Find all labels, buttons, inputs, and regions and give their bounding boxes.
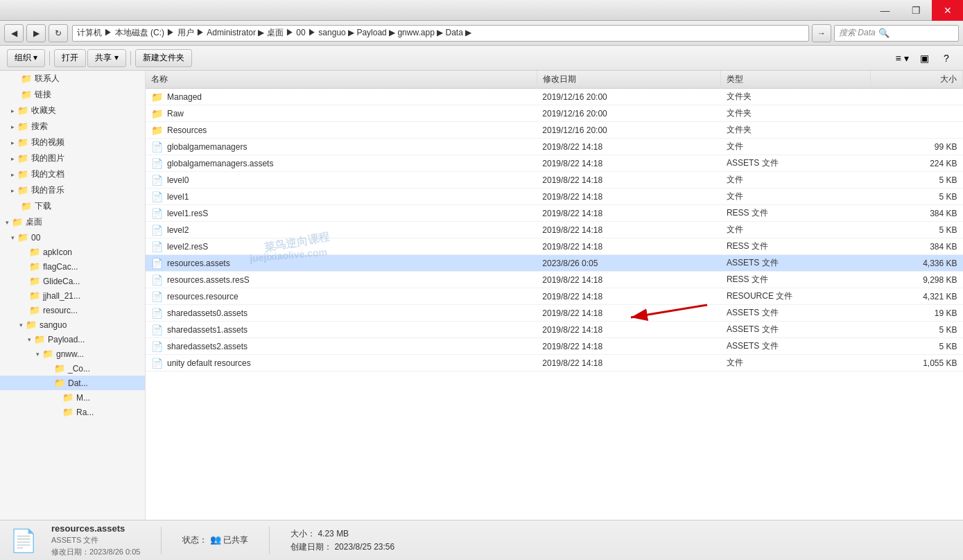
- status-size-text: 大小： 4.23 MB: [290, 528, 394, 540]
- title-bar-buttons: — ❐ ✕: [869, 0, 963, 20]
- table-row[interactable]: 📁Raw2019/12/16 20:00文件夹: [146, 105, 963, 122]
- new-folder-button[interactable]: 新建文件夹: [135, 49, 192, 67]
- sidebar-item-my-pictures[interactable]: ▸📁我的图片: [0, 150, 145, 166]
- go-button[interactable]: →: [812, 24, 831, 42]
- folder-icon-sanguo: 📁: [26, 320, 37, 330]
- preview-button[interactable]: ▣: [914, 49, 934, 67]
- table-row[interactable]: 📄globalgamemanagers.assets2019/8/22 14:1…: [146, 155, 963, 172]
- file-name: globalgamemanagers: [167, 142, 247, 152]
- table-row[interactable]: 📄resources.resource2019/8/22 14:18RESOUR…: [146, 288, 963, 305]
- sidebar-item-contacts[interactable]: 📁联系人: [0, 71, 145, 87]
- folder-icon: 📁: [151, 91, 163, 103]
- forward-button[interactable]: ▶: [26, 24, 46, 42]
- back-button[interactable]: ◀: [4, 24, 24, 42]
- file-type: 文件: [721, 189, 871, 205]
- sidebar-item-flagCache[interactable]: 📁flagCac...: [0, 259, 145, 274]
- sidebar-item-resource[interactable]: 📁resourc...: [0, 303, 145, 317]
- sidebar-label-payload: Payload...: [48, 335, 85, 344]
- share-button[interactable]: 共享 ▾: [87, 49, 125, 67]
- sidebar-item-search[interactable]: ▸📁搜索: [0, 119, 145, 134]
- sidebar-item-_Co[interactable]: 📁_Co...: [0, 361, 145, 376]
- sidebar-item-links[interactable]: 📁链接: [0, 87, 145, 103]
- folder-icon-Dat: 📁: [54, 378, 65, 388]
- file-size: 1,055 KB: [871, 355, 963, 371]
- sidebar-label-Dat: Dat...: [68, 378, 88, 388]
- file-size: 4,321 KB: [871, 288, 963, 305]
- table-row[interactable]: 📄level22019/8/22 14:18文件5 KB: [146, 222, 963, 238]
- file-date: 2019/8/22 14:18: [537, 172, 721, 189]
- sidebar-item-desktop[interactable]: ▾📁桌面: [0, 214, 145, 230]
- sidebar: 📁联系人📁链接▸📁收藏夹▸📁搜索▸📁我的视频▸📁我的图片▸📁我的文档▸📁我的音乐…: [0, 71, 146, 520]
- file-name: unity default resources: [167, 358, 251, 368]
- table-row[interactable]: 📄sharedassets1.assets2019/8/22 14:18ASSE…: [146, 322, 963, 338]
- maximize-button[interactable]: ❐: [901, 0, 932, 21]
- file-type: 文件: [721, 139, 871, 155]
- table-row[interactable]: 📄level02019/8/22 14:18文件5 KB: [146, 172, 963, 189]
- folder-icon-M: 📁: [62, 392, 73, 403]
- col-size[interactable]: 大小: [871, 71, 963, 89]
- col-date[interactable]: 修改日期: [537, 71, 721, 89]
- table-row[interactable]: 📄resources.assets2023/8/26 0:05ASSETS 文件…: [146, 255, 963, 272]
- sidebar-item-Dat[interactable]: 📁Dat...: [0, 376, 145, 390]
- sidebar-item-gnww[interactable]: ▾📁gnww...: [0, 347, 145, 361]
- organize-button[interactable]: 组织 ▾: [7, 49, 45, 67]
- sidebar-item-sanguo[interactable]: ▾📁sanguo: [0, 317, 145, 332]
- help-button[interactable]: ?: [937, 49, 956, 67]
- address-path[interactable]: 计算机 ▶ 本地磁盘 (C:) ▶ 用户 ▶ Administrator ▶ 桌…: [72, 25, 809, 42]
- minimize-button[interactable]: —: [869, 0, 901, 21]
- col-type[interactable]: 类型: [721, 71, 871, 89]
- refresh-button[interactable]: ↻: [49, 24, 68, 42]
- title-bar: — ❐ ✕: [0, 0, 963, 21]
- file-type: ASSETS 文件: [721, 338, 871, 355]
- table-row[interactable]: 📁Resources2019/12/16 20:00文件夹: [146, 122, 963, 139]
- folder-icon: 📁: [151, 108, 163, 119]
- sidebar-item-my-music[interactable]: ▸📁我的音乐: [0, 182, 145, 198]
- expand-arrow-search: ▸: [11, 123, 15, 130]
- file-type: 文件夹: [721, 122, 871, 139]
- expand-arrow-gnww: ▾: [36, 351, 40, 358]
- sidebar-item-00[interactable]: ▾📁00: [0, 230, 145, 245]
- table-row[interactable]: 📄sharedassets0.assets2019/8/22 14:18ASSE…: [146, 305, 963, 322]
- toolbar-separator: [49, 51, 50, 65]
- status-modified: 修改日期：2023/8/26 0:05: [51, 547, 140, 557]
- sidebar-label-desktop: 桌面: [26, 216, 42, 228]
- sidebar-item-jjhall21[interactable]: 📁jjhall_21...: [0, 288, 145, 303]
- file-date: 2019/8/22 14:18: [537, 205, 721, 222]
- sidebar-item-apkIcon[interactable]: 📁apkIcon: [0, 245, 145, 259]
- table-row[interactable]: 📄level12019/8/22 14:18文件5 KB: [146, 189, 963, 205]
- table-row[interactable]: 📄resources.assets.resS2019/8/22 14:18RES…: [146, 272, 963, 288]
- sidebar-item-payload[interactable]: ▾📁Payload...: [0, 332, 145, 347]
- table-row[interactable]: 📄globalgamemanagers2019/8/22 14:18文件99 K…: [146, 139, 963, 155]
- file-name: resources.assets.resS: [167, 275, 250, 285]
- search-icon: 🔍: [878, 28, 890, 38]
- table-row[interactable]: 📁Managed2019/12/16 20:00文件夹: [146, 89, 963, 105]
- table-row[interactable]: 📄sharedassets2.assets2019/8/22 14:18ASSE…: [146, 338, 963, 355]
- folder-icon-contacts: 📁: [21, 73, 32, 84]
- table-row[interactable]: 📄level1.resS2019/8/22 14:18RESS 文件384 KB: [146, 205, 963, 222]
- expand-arrow-my-pictures: ▸: [11, 155, 15, 162]
- file-icon: 📄: [151, 324, 163, 335]
- sidebar-item-M[interactable]: 📁M...: [0, 390, 145, 405]
- sidebar-item-Ra[interactable]: 📁Ra...: [0, 405, 145, 419]
- col-name[interactable]: 名称: [146, 71, 537, 89]
- table-row[interactable]: 📄unity default resources2019/8/22 14:18文…: [146, 355, 963, 371]
- file-date: 2019/8/22 14:18: [537, 272, 721, 288]
- close-button[interactable]: ✕: [932, 0, 963, 21]
- sidebar-item-GlideCa[interactable]: 📁GlideCa...: [0, 274, 145, 288]
- file-name: globalgamemanagers.assets: [167, 159, 273, 168]
- expand-arrow-my-docs: ▸: [11, 171, 15, 178]
- sidebar-label-Ra: Ra...: [76, 408, 94, 417]
- folder-icon-links: 📁: [21, 89, 32, 100]
- file-date: 2019/8/22 14:18: [537, 155, 721, 172]
- sidebar-item-my-docs[interactable]: ▸📁我的文档: [0, 166, 145, 182]
- sidebar-item-favorites[interactable]: ▸📁收藏夹: [0, 103, 145, 119]
- views-button[interactable]: ≡ ▾: [892, 49, 912, 67]
- sidebar-item-downloads[interactable]: 📁下载: [0, 198, 145, 214]
- sidebar-item-my-videos[interactable]: ▸📁我的视频: [0, 134, 145, 150]
- table-row[interactable]: 📄level2.resS2019/8/22 14:18RESS 文件384 KB: [146, 238, 963, 255]
- file-type: RESOURCE 文件: [721, 288, 871, 305]
- search-box[interactable]: 搜索 Data 🔍: [834, 25, 959, 42]
- folder-icon-favorites: 📁: [17, 105, 28, 116]
- sidebar-label-00: 00: [31, 233, 40, 243]
- open-button[interactable]: 打开: [54, 49, 86, 67]
